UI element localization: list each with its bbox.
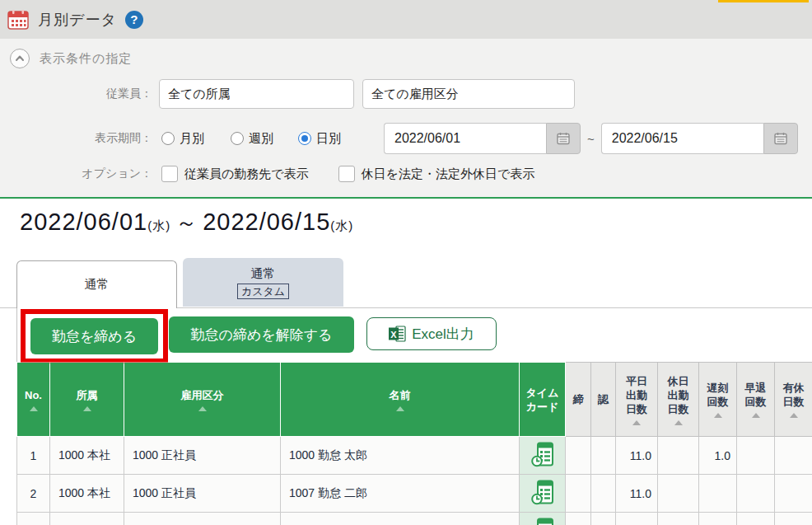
period-from: 2022/06/01: [20, 209, 147, 235]
table-row: [17, 513, 812, 525]
calendar-icon: [556, 131, 571, 146]
timecard-icon[interactable]: [531, 480, 554, 505]
radio-weekly[interactable]: 週別: [231, 131, 273, 147]
option-workplace-checkbox-group[interactable]: 従業員の勤務先で表示: [161, 166, 309, 182]
timecard-icon[interactable]: [531, 518, 554, 525]
page-title: 月別データ: [38, 10, 117, 30]
workplace-checkbox[interactable]: [161, 166, 178, 182]
table-header-row: No. 所属 雇用区分 名前 タイム カード 締 認 平日 出勤 日数 休日 出…: [17, 363, 812, 437]
toolbar: 勤怠を締める 勤怠の締めを解除する X Excel出力: [0, 308, 812, 362]
date-from-calendar-button[interactable]: [546, 123, 581, 154]
period-to-dow: (水): [330, 218, 353, 232]
department-select[interactable]: 全ての所属: [159, 79, 354, 109]
top-right-yellow-strip: [718, 0, 809, 2]
table-row: 2 1000 本社 1000 正社員 1007 勤怠 二郎: [17, 475, 812, 513]
header-department[interactable]: 所属: [50, 363, 124, 437]
header-late-count[interactable]: 遅刻 回数: [699, 363, 737, 437]
radio-daily[interactable]: 日別: [298, 131, 341, 147]
custom-badge: カスタム: [237, 284, 289, 299]
excel-icon: X: [389, 326, 406, 342]
header-name[interactable]: 名前: [281, 363, 520, 437]
radio-monthly[interactable]: 月別: [161, 131, 204, 147]
date-to-calendar-button[interactable]: [763, 123, 798, 154]
reopen-attendance-button[interactable]: 勤怠の締めを解除する: [169, 316, 354, 353]
date-range-separator: ~: [587, 132, 595, 146]
display-condition-section: 表示条件の指定 従業員： 全ての所属 全ての雇用区分 表示期間： 月別 週別 日…: [0, 39, 812, 199]
header-no[interactable]: No.: [17, 363, 50, 437]
radio-monthly-control[interactable]: [161, 132, 175, 145]
header-paid-days[interactable]: 有休 日数: [775, 363, 812, 437]
chevron-up-icon: [14, 53, 26, 64]
header-weekday-days[interactable]: 平日 出勤 日数: [616, 363, 658, 437]
svg-text:X: X: [391, 330, 398, 340]
period-from-dow: (水): [147, 218, 170, 232]
employment-type-select[interactable]: 全ての雇用区分: [362, 79, 575, 109]
period-separator: ～: [170, 210, 203, 235]
header-early-count[interactable]: 早退 回数: [737, 363, 775, 437]
app-header: 月別データ ?: [0, 0, 812, 39]
tab-strip: 通常 通常 カスタム: [0, 259, 812, 308]
header-employment[interactable]: 雇用区分: [124, 363, 281, 437]
monthly-data-page: 月別データ ? 表示条件の指定 従業員： 全ての所属 全ての雇用区分 表示期間：…: [0, 0, 812, 525]
radio-daily-control[interactable]: [298, 132, 311, 145]
header-close[interactable]: 締: [566, 363, 591, 437]
date-from-input[interactable]: [384, 123, 546, 154]
close-attendance-button[interactable]: 勤怠を締める: [30, 318, 158, 354]
attendance-table: No. 所属 雇用区分 名前 タイム カード 締 認 平日 出勤 日数 休日 出…: [16, 362, 812, 525]
radio-weekly-control[interactable]: [231, 132, 244, 145]
period-heading: 2022/06/01(水)～2022/06/15(水): [20, 209, 353, 237]
options-label: オプション：: [0, 166, 152, 181]
help-icon[interactable]: ?: [125, 11, 143, 29]
main-content: 2022/06/01(水)～2022/06/15(水) 通常 通常 カスタム 勤…: [0, 199, 812, 523]
period-to: 2022/06/15: [203, 209, 330, 235]
holiday-checkbox[interactable]: [338, 166, 355, 182]
tab-normal-custom[interactable]: 通常 カスタム: [183, 258, 343, 307]
timecard-icon[interactable]: [531, 442, 554, 467]
period-label: 表示期間：: [0, 131, 152, 146]
option-holiday-checkbox-group[interactable]: 休日を法定・法定外休日で表示: [338, 166, 535, 182]
collapse-section-button[interactable]: [10, 49, 30, 68]
red-highlight-annotation: 勤怠を締める: [21, 309, 168, 363]
date-to-input[interactable]: [601, 123, 763, 154]
header-timecard[interactable]: タイム カード: [520, 363, 566, 437]
calendar-icon: [773, 131, 788, 146]
header-holiday-days[interactable]: 休日 出勤 日数: [658, 363, 699, 437]
employee-label: 従業員：: [0, 87, 152, 101]
header-approve[interactable]: 認: [591, 363, 616, 437]
excel-export-button[interactable]: X Excel出力: [366, 317, 497, 350]
tab-normal[interactable]: 通常: [16, 260, 177, 308]
table-row: 1 1000 本社 1000 正社員 1000 勤怠 太郎: [17, 437, 812, 475]
calendar-app-icon: [7, 9, 29, 30]
section-title: 表示条件の指定: [40, 51, 132, 67]
